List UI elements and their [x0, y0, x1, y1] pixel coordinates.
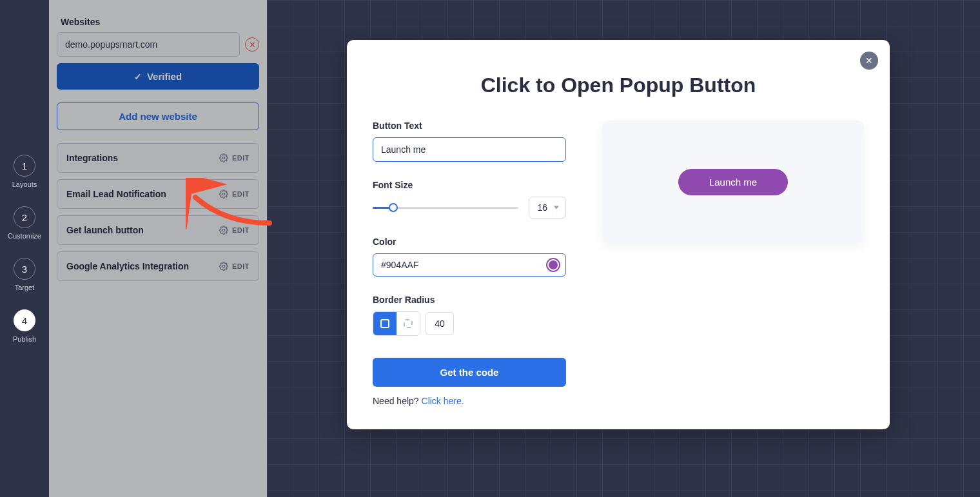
- svg-point-2: [222, 229, 225, 231]
- color-swatch-icon[interactable]: [546, 258, 560, 272]
- preview-card: Launch me: [602, 121, 864, 243]
- svg-point-0: [222, 157, 225, 159]
- card-title: Get launch button: [66, 225, 144, 235]
- border-radius-input[interactable]: [426, 312, 454, 335]
- border-radius-label: Border Radius: [373, 295, 566, 305]
- gear-icon: [219, 190, 228, 199]
- step-customize[interactable]: 2 Customize: [8, 206, 41, 240]
- step-number: 2: [14, 206, 35, 228]
- button-text-label: Button Text: [373, 121, 566, 131]
- color-hex-input[interactable]: [381, 260, 546, 270]
- step-label: Customize: [8, 232, 41, 240]
- svg-point-1: [222, 193, 225, 195]
- help-link[interactable]: Click here.: [422, 396, 464, 406]
- close-icon: ✕: [865, 55, 873, 66]
- step-publish[interactable]: 4 Publish: [13, 309, 36, 343]
- font-size-label: Font Size: [373, 180, 566, 190]
- website-domain-field[interactable]: demo.popupsmart.com: [57, 32, 240, 57]
- card-get-launch-button[interactable]: Get launch button EDIT: [57, 215, 259, 245]
- card-edit: EDIT: [219, 262, 250, 271]
- card-edit: EDIT: [219, 190, 250, 199]
- color-label: Color: [373, 237, 566, 247]
- check-icon: [134, 71, 142, 82]
- card-email-lead-notification[interactable]: Email Lead Notification EDIT: [57, 179, 259, 209]
- card-integrations[interactable]: Integrations EDIT: [57, 143, 259, 173]
- step-target[interactable]: 3 Target: [14, 258, 35, 291]
- step-label: Target: [15, 284, 35, 291]
- card-edit: EDIT: [219, 226, 250, 235]
- card-title: Email Lead Notification: [66, 189, 166, 199]
- step-number: 1: [14, 155, 35, 177]
- get-code-button[interactable]: Get the code: [373, 358, 566, 387]
- step-layouts[interactable]: 1 Layouts: [12, 155, 37, 188]
- card-title: Integrations: [66, 153, 118, 163]
- verified-label: Verified: [147, 71, 182, 82]
- button-text-input[interactable]: [373, 137, 566, 162]
- font-size-select[interactable]: 16: [529, 197, 566, 219]
- card-google-analytics-integration[interactable]: Google Analytics Integration EDIT: [57, 251, 259, 281]
- font-size-slider[interactable]: [373, 207, 518, 209]
- launch-button-modal: ✕ Click to Open Popup Button Button Text…: [347, 40, 890, 429]
- card-edit: EDIT: [219, 153, 250, 162]
- modal-title: Click to Open Popup Button: [373, 73, 864, 97]
- help-row: Need help? Click here.: [373, 396, 566, 406]
- radius-dashed-option[interactable]: [397, 312, 420, 335]
- add-website-button[interactable]: Add new website: [57, 102, 259, 130]
- step-label: Publish: [13, 335, 36, 343]
- verified-button[interactable]: Verified: [57, 63, 259, 90]
- color-input-row[interactable]: [373, 253, 566, 277]
- slider-thumb-icon[interactable]: [389, 203, 398, 212]
- gear-icon: [219, 153, 228, 162]
- radius-solid-option[interactable]: [373, 312, 397, 335]
- preview-launch-button[interactable]: Launch me: [678, 169, 788, 195]
- border-radius-toggle: [373, 311, 420, 336]
- help-text: Need help?: [373, 396, 422, 406]
- card-title: Google Analytics Integration: [66, 261, 189, 271]
- step-rail: 1 Layouts 2 Customize 3 Target 4 Publish: [0, 0, 49, 497]
- close-modal-button[interactable]: ✕: [860, 52, 878, 70]
- gear-icon: [219, 226, 228, 235]
- step-number: 3: [14, 258, 35, 280]
- remove-website-button[interactable]: ✕: [245, 37, 259, 52]
- close-icon: ✕: [249, 41, 256, 49]
- gear-icon: [219, 262, 228, 271]
- publish-panel: Websites demo.popupsmart.com ✕ Verified …: [49, 0, 267, 497]
- svg-point-3: [222, 265, 225, 268]
- canvas: ✕ Click to Open Popup Button Button Text…: [267, 0, 980, 497]
- websites-heading: Websites: [61, 17, 255, 27]
- step-number: 4: [14, 309, 35, 331]
- step-label: Layouts: [12, 180, 37, 188]
- website-row: demo.popupsmart.com ✕: [57, 32, 259, 57]
